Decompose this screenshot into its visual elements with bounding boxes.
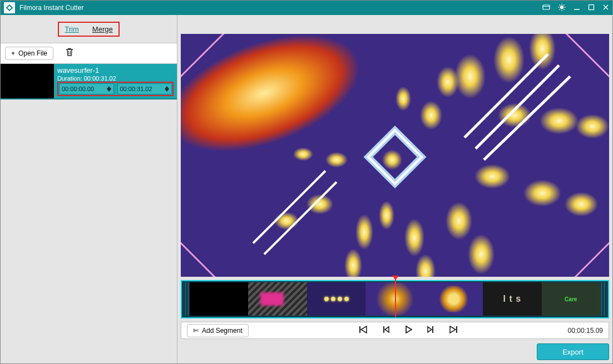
scissors-icon: ✄ [193, 327, 199, 335]
svg-marker-61 [361, 326, 367, 333]
svg-point-4 [560, 5, 563, 8]
svg-point-49 [420, 101, 442, 129]
open-file-label: Open File [18, 49, 47, 57]
svg-marker-22 [165, 89, 169, 92]
mode-tabs: Trim Merge [1, 15, 177, 43]
open-file-button[interactable]: + Open File [5, 47, 53, 60]
trash-icon[interactable] [65, 47, 75, 59]
svg-line-10 [563, 9, 564, 9]
current-time: 00:00:15.09 [568, 327, 603, 335]
tab-merge[interactable]: Merge [92, 25, 113, 33]
timeline-frame: I t s [483, 282, 541, 316]
add-segment-button[interactable]: ✄ Add Segment [187, 324, 249, 337]
timeline-handle-left[interactable] [185, 282, 189, 316]
theme-icon[interactable] [558, 3, 566, 13]
window-title: Filmora Instant Cutter [19, 4, 542, 12]
tabs-highlight-box: Trim Merge [58, 22, 119, 37]
svg-point-46 [274, 212, 299, 230]
timeline-strip[interactable]: I t s Care [181, 280, 609, 318]
left-panel: Trim Merge + Open File wavesurfer-1 Dura… [1, 15, 177, 363]
timeline-frame [190, 282, 248, 316]
clip-name: wavesurfer-1 [57, 66, 174, 74]
svg-marker-20 [107, 89, 111, 92]
maximize-icon[interactable] [588, 4, 595, 12]
timeline-frame: Care [542, 282, 600, 316]
time-stepper-icon[interactable] [106, 85, 112, 93]
help-icon[interactable] [542, 3, 550, 13]
minimize-icon[interactable] [574, 4, 580, 12]
svg-point-40 [468, 234, 495, 274]
svg-point-29 [382, 149, 402, 169]
titlebar: Filmora Instant Cutter [1, 1, 612, 15]
playback-controls-row: ✄ Add Segment 00:00: [181, 322, 609, 340]
start-time-value: 00:00:00.00 [62, 86, 94, 92]
time-range-highlight-box: 00:00:00.00 00:00:31.02 [57, 82, 174, 96]
svg-point-34 [540, 107, 579, 134]
svg-marker-63 [385, 327, 389, 332]
right-panel: I t s Care ✄ Add Segment [177, 15, 612, 363]
go-end-icon[interactable] [449, 326, 458, 336]
timeline-frame [307, 282, 365, 316]
timeline-playhead[interactable] [395, 279, 396, 317]
timeline-frame [424, 282, 483, 316]
clip-thumbnail [1, 64, 54, 98]
video-preview[interactable] [181, 34, 609, 277]
svg-point-31 [493, 36, 525, 83]
svg-line-11 [559, 9, 560, 9]
svg-point-41 [404, 218, 424, 256]
svg-line-12 [563, 4, 564, 5]
svg-point-39 [446, 202, 472, 240]
end-time-input[interactable]: 00:00:31.02 [117, 83, 172, 94]
svg-point-30 [454, 54, 486, 98]
svg-point-48 [293, 147, 313, 161]
app-logo [4, 2, 15, 13]
svg-point-47 [325, 152, 348, 167]
svg-point-35 [576, 114, 609, 138]
prev-frame-icon[interactable] [382, 326, 390, 336]
svg-point-51 [396, 86, 411, 111]
svg-marker-64 [406, 326, 412, 333]
svg-marker-67 [450, 326, 456, 333]
time-stepper-icon[interactable] [164, 85, 170, 93]
svg-point-37 [523, 179, 561, 206]
svg-point-43 [355, 214, 373, 250]
end-time-value: 00:00:31.02 [120, 86, 152, 92]
svg-rect-14 [589, 4, 594, 9]
tab-trim[interactable]: Trim [65, 25, 79, 33]
start-time-input[interactable]: 00:00:00.00 [59, 83, 114, 94]
svg-rect-2 [543, 5, 550, 9]
svg-line-9 [559, 4, 560, 5]
timeline-frame [248, 282, 306, 316]
play-icon[interactable] [404, 326, 412, 336]
plus-icon: + [11, 49, 15, 57]
go-start-icon[interactable] [359, 326, 368, 336]
svg-point-36 [474, 164, 510, 188]
svg-marker-65 [428, 327, 432, 332]
timeline-handle-right[interactable] [601, 282, 605, 316]
export-button[interactable]: Export [537, 343, 609, 360]
clip-duration: Duration: 00:00:31.02 [57, 75, 174, 82]
svg-point-52 [379, 201, 394, 230]
svg-point-50 [437, 66, 459, 97]
next-frame-icon[interactable] [427, 326, 434, 336]
svg-point-38 [565, 192, 598, 216]
svg-point-33 [498, 103, 531, 127]
clip-item[interactable]: wavesurfer-1 Duration: 00:00:31.02 00:00… [1, 64, 177, 99]
add-segment-label: Add Segment [202, 327, 243, 335]
close-icon[interactable] [602, 4, 609, 12]
